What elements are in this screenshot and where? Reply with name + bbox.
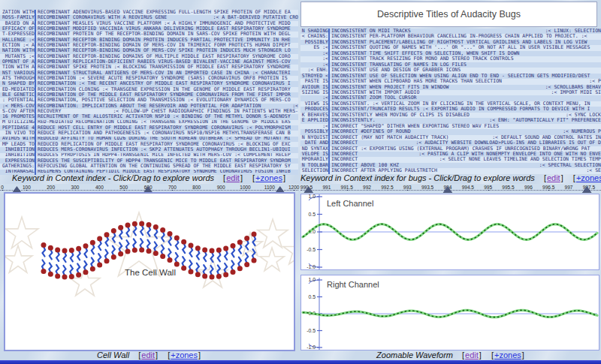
kwic-row[interactable]: POSSIBLYINCONSISTENT PLACEMENT/LABELLING… bbox=[300, 40, 601, 45]
kwic-before-context: BLE GENETIC bbox=[0, 92, 35, 98]
y-tick-label: -1.0 bbox=[307, 264, 316, 269]
kwic-right-fragment: :< AUDACITY WEBSITE DOWNLOAD>PLUG-INS AN… bbox=[415, 140, 601, 146]
edit-link[interactable]: edit bbox=[547, 173, 560, 182]
kwic-text: RECOMBINANT SPIKE PROTEIN :< BLOCKING TR… bbox=[38, 65, 291, 70]
kwic-row[interactable]: PASTE ISINCONSISTENT WHEN CLIPBOARD HAS … bbox=[300, 79, 601, 84]
kwic-panel-audacity-bugs[interactable]: N SHADINGINCONSISTENT ON MIDI TRACKS:< L… bbox=[300, 29, 601, 174]
kwic-row[interactable]: EFFICACY OFRECOMBINANT MODIFIED VACCINIA… bbox=[0, 26, 298, 32]
kwic-divider bbox=[328, 135, 330, 140]
kwic-divider bbox=[328, 68, 330, 73]
edit-link[interactable]: edit bbox=[141, 350, 155, 359]
kwic-row[interactable]: K BEHAVESINCONSISTENTLY WHEN MOVING OF C… bbox=[300, 113, 601, 118]
kwic-row[interactable]: M UTILIZINGRED-MEDIATED RECOMBINATION CL… bbox=[0, 120, 298, 125]
kwic-panel-recombinant[interactable]: ZATION WITHRECOMBINANT ADENOVIRUS-BASED … bbox=[0, 10, 298, 175]
kwic-row[interactable]: MP LEADS TOREDUCED REPLICATION OF MIDDLE… bbox=[0, 142, 298, 147]
kwic-row[interactable]: ROSS-FAMILYRECOMBINANT CORONAVIRUS WITH … bbox=[0, 15, 298, 20]
edit-link[interactable]: edit bbox=[465, 350, 479, 359]
kwic-row[interactable]: BLE GENETICRECOMBINATION OF THE MIDDLE E… bbox=[0, 92, 298, 98]
kwic-text: INCONSISTENT ZOOM TOOL CURSOR bbox=[331, 95, 417, 101]
kwic-text: RECOMBINANT REPLICATION-DEFICIENT RABIES… bbox=[38, 59, 291, 65]
bottom-bar bbox=[0, 360, 601, 364]
kwic-row[interactable]: OPMENT OF ARECOMBINANT REPLICATION-DEFIC… bbox=[0, 59, 298, 65]
kwic-row[interactable]: < CHAINS:INCONSISTENT PER-PLATFORM BEHAV… bbox=[300, 34, 601, 39]
kwic-before-context: BASED ON A bbox=[0, 21, 35, 26]
y-tick-label: 1.0 bbox=[309, 277, 316, 282]
kwic-right-caption: Keyword in Context index for bugs - Clic… bbox=[300, 173, 601, 184]
kwic-divider bbox=[35, 76, 36, 81]
kwic-row[interactable]: 16 PROMOTESRECRUITMENT OF THE ALLOSTERIC… bbox=[0, 114, 298, 119]
kwic-row[interactable]: ATS THROUGHRECOMBINATION :< SEVERE ACUTE… bbox=[0, 76, 298, 81]
kwic-divider bbox=[35, 21, 36, 26]
kwic-row[interactable]: E APPLIEDINCONSISTENTLY.:< ENH: "AUTOMAT… bbox=[300, 118, 601, 123]
kwic-row[interactable]: DATE ANDINCORRECT:< AUDACITY WEBSITE DOW… bbox=[300, 140, 601, 146]
kwic-row[interactable]: :<INCONSISTENT TRANSLATING OF NAMES IN L… bbox=[300, 62, 601, 68]
zone-ruler-right[interactable]: 990.5991991.5992992.5993993.5994994.5995… bbox=[300, 184, 601, 194]
ruler-label: 300 bbox=[71, 185, 80, 190]
kwic-row[interactable]: PRODUCESINCONSISTENT/TRUNCATED RESULTS :… bbox=[300, 107, 601, 112]
zones-link[interactable]: +zones bbox=[494, 350, 521, 359]
edit-link[interactable]: edit bbox=[226, 173, 240, 182]
kwic-row[interactable]: NST VARIOUSRECOMBINANT STRUCTURAL ANTIGE… bbox=[0, 71, 298, 76]
kwic-before-context: AVIRUS WITH bbox=[0, 137, 35, 142]
kwic-text: INCORRECT (MAY NOT MATCH AUDACITY TRACK) bbox=[331, 135, 449, 140]
kwic-text: INCONSISTENTLY WHEN MOVING OF CLIPS IS D… bbox=[331, 113, 470, 118]
kwic-row[interactable]: NATION WITHRECOMBINANT RECEPTOR-BINDING … bbox=[0, 48, 298, 53]
kwic-row[interactable]: :<INCORRECT "SHAPED" DITHER WHEN EXPORTI… bbox=[300, 124, 601, 129]
kwic-row[interactable]: :<INCONSISTENT TRACK RESIZING FOR MONO A… bbox=[300, 56, 601, 62]
kwic-divider bbox=[35, 71, 36, 76]
kwic-row[interactable]: :< ENH:INCONSISTENT USE AND DESIGN OF GR… bbox=[300, 68, 601, 73]
kwic-row[interactable]: N SHADINGINCONSISTENT ON MIDI TRACKS:< L… bbox=[300, 29, 601, 34]
kwic-row[interactable]: N SHAPED BYRECOMBINATION :< THE RECENT A… bbox=[0, 81, 298, 86]
kwic-before-context: :< bbox=[300, 95, 328, 101]
kwic-row[interactable]: ND SYNTAXINCORRECT :< EXPORTING USING (E… bbox=[300, 146, 601, 152]
kwic-row[interactable]: STROYED <INCONSISTENT USE OF SELECTION W… bbox=[300, 74, 601, 79]
kwic-row[interactable]: S-COV AFTERRECOVERY:< FOLLOW-UP CHEST RA… bbox=[0, 109, 298, 114]
kwic-row[interactable]: :< MERS-COVRECOMBINATION: IMPLICATIONS A… bbox=[0, 104, 298, 109]
ruler-label: 100 bbox=[22, 185, 32, 190]
kwic-row[interactable]: N NYQUISTINCORRECT (MAY NOT MATCH AUDACI… bbox=[300, 135, 601, 140]
zones-link[interactable]: +zones bbox=[255, 173, 282, 182]
kwic-before-context: N SHADING bbox=[300, 29, 328, 34]
kwic-text: INCONSISTENT TIME SHIFT EFFECTS ON SELEC… bbox=[331, 51, 519, 56]
kwic-row[interactable]: VIEWS ISINCONSISTENT. :< VERTICAL ZOOM I… bbox=[300, 101, 601, 107]
kwic-row[interactable]: ZATION WITHRECOMBINANT ADENOVIRUS-BASED … bbox=[0, 10, 298, 15]
kwic-row[interactable]: POSSIBLYINCORRECT #DEFINES OF ROUND:< NU… bbox=[300, 129, 601, 134]
cell-wall-diagram: The Cell Wall bbox=[5, 194, 294, 350]
kwic-row[interactable]: VELOPE ISINCORRECT:< PASTING A CLIP WITH… bbox=[300, 152, 601, 157]
kwic-right-fragment: :< bbox=[292, 104, 298, 109]
zones-link[interactable]: +zones bbox=[171, 350, 198, 359]
kwic-before-context: N SHAPED BY bbox=[0, 81, 35, 86]
kwic-row[interactable]: ED-MEDIATEDRECOMBINATION CLONING :< TRAN… bbox=[0, 87, 298, 92]
kwic-row[interactable]: EXPRESSIONREDUCES THE SUSCEPTIBILITY OF … bbox=[0, 158, 298, 164]
kwic-row[interactable]: HALLENGE :<RECOMBINANT RECEPTOR BINDING … bbox=[0, 38, 298, 43]
cell-wall-canvas[interactable]: The Cell Wall bbox=[4, 192, 295, 351]
kwic-row[interactable]: N TOOLBARINCORRECT ABOVE 100 KHZ:< SPECT… bbox=[300, 163, 601, 168]
kwic-row[interactable]: PEPTIDASE 4REDUCE HOST CELL ENTRY OF MID… bbox=[0, 125, 298, 131]
kwic-row[interactable]: INHIBITIONREDUCES MERS-CORONAVIRUS INFEC… bbox=[0, 147, 298, 152]
kwic-row[interactable]: TION WITH ARECOMBINANT SPIKE PROTEIN :< … bbox=[0, 65, 298, 70]
kwic-row[interactable]: MPORARILYINCORRECT:< SELECT NONE LEAVES … bbox=[300, 157, 601, 162]
zones-link[interactable]: +zones bbox=[576, 173, 601, 182]
kwic-row[interactable]: BASED ON ARECOMBINANT MEASLES VIRUS VACC… bbox=[0, 21, 298, 26]
waveform-left-channel[interactable]: 1.00.50.0-0.5-1.0Left Channel bbox=[300, 194, 599, 270]
waveform-right-channel[interactable]: 1.00.50.0-0.5-1.0Right Channel bbox=[300, 275, 599, 350]
kwic-row[interactable]: SIZING ISINCONSISTENT WITH IMPORT AUDIO:… bbox=[300, 90, 601, 95]
kwic-row[interactable]: ES :<INCONSISTENT QUOTING OF NAMES WITH … bbox=[300, 45, 601, 50]
kwic-row[interactable]: AVIRUS WITHREDUCED AFFINITY TO HUMAN CD2… bbox=[0, 137, 298, 142]
kwic-row[interactable]: INHIBITIONREDUCES PYROPTOSIS IN HDPP4-TR… bbox=[0, 153, 298, 158]
kwic-before-context: VELOPE IS bbox=[300, 152, 328, 157]
kwic-row[interactable]: IN VIVO TOREDUCE REPLICATION AND PATHOGE… bbox=[0, 131, 298, 136]
caption-text: Cell Wall bbox=[97, 350, 129, 359]
kwic-text: INCONSISTENT USE OF SELECTION WHEN USING… bbox=[331, 74, 590, 79]
kwic-row[interactable]: : POTENTIALRECOMBINATION, POSITIVE SELEC… bbox=[0, 98, 298, 103]
kwic-row[interactable]: AVIOUR ISINCONSISTENT WHEN PROJECT FITS … bbox=[300, 85, 601, 90]
kwic-row[interactable]: :<INCONSISTENT ZOOM TOOL CURSOR bbox=[300, 95, 601, 101]
kwic-row[interactable]: MUTANTS :<RECOMBINANT RECEPTOR-BINDING D… bbox=[0, 54, 298, 59]
kwic-right-fragment: :< P bbox=[589, 79, 601, 84]
kwic-row[interactable]: GATHERINGS:REFOCUSING GLOBAL ATTENTION O… bbox=[0, 164, 298, 169]
kwic-row[interactable]: T-EXPRESSEDRECOMBINANT PROTEIN OF THE RE… bbox=[0, 32, 298, 37]
kwic-row[interactable]: ECTION :< ARECOMBINANT RECEPTOR-BINDING … bbox=[0, 43, 298, 48]
kwic-row[interactable]: :<INCONSISTENT TIME SHIFT EFFECTS ON SEL… bbox=[300, 51, 601, 56]
kwic-text: INCONSISTENT. :< VERTICAL ZOOM IN BY CLI… bbox=[331, 101, 590, 107]
kwic-text: RECOMBINATION :< SEVERE ACUTE RESPIRATOR… bbox=[38, 76, 288, 81]
